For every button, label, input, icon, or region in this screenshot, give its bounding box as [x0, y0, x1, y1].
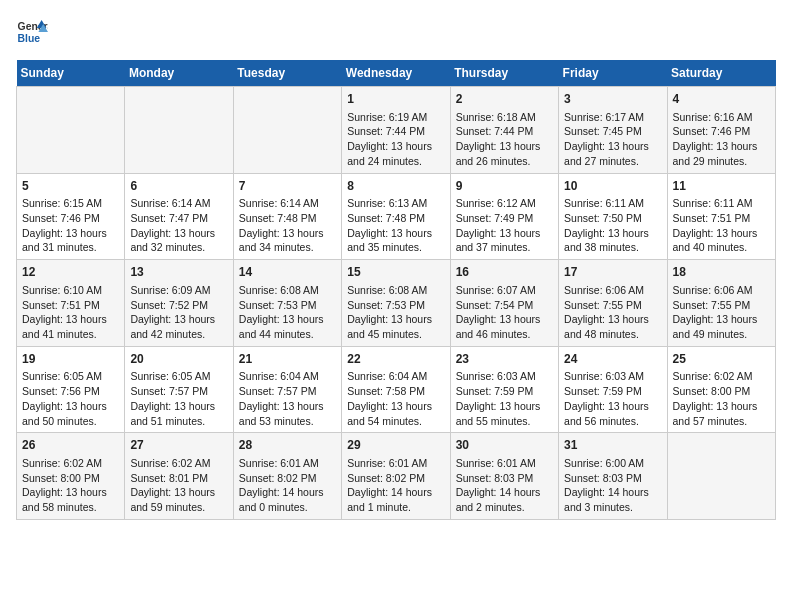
day-info-line: and 44 minutes. — [239, 327, 336, 342]
day-info-line: Daylight: 13 hours — [347, 312, 444, 327]
calendar-cell: 15Sunrise: 6:08 AMSunset: 7:53 PMDayligh… — [342, 260, 450, 347]
day-info-line: Daylight: 13 hours — [564, 139, 661, 154]
column-header-thursday: Thursday — [450, 60, 558, 87]
calendar-cell: 28Sunrise: 6:01 AMSunset: 8:02 PMDayligh… — [233, 433, 341, 520]
day-number: 28 — [239, 437, 336, 454]
day-info-line: Sunrise: 6:01 AM — [456, 456, 553, 471]
day-info-line: Sunrise: 6:10 AM — [22, 283, 119, 298]
day-info-line: Daylight: 13 hours — [22, 485, 119, 500]
day-info-line: Sunrise: 6:06 AM — [673, 283, 770, 298]
column-header-monday: Monday — [125, 60, 233, 87]
day-info-line: Sunset: 7:46 PM — [22, 211, 119, 226]
calendar-cell: 3Sunrise: 6:17 AMSunset: 7:45 PMDaylight… — [559, 87, 667, 174]
day-info-line: Daylight: 13 hours — [456, 312, 553, 327]
day-info-line: and 58 minutes. — [22, 500, 119, 515]
day-info-line: Daylight: 13 hours — [456, 399, 553, 414]
day-info-line: Sunset: 7:55 PM — [564, 298, 661, 313]
calendar-cell: 22Sunrise: 6:04 AMSunset: 7:58 PMDayligh… — [342, 346, 450, 433]
day-info-line: and 59 minutes. — [130, 500, 227, 515]
day-number: 6 — [130, 178, 227, 195]
day-info-line: and 51 minutes. — [130, 414, 227, 429]
day-info-line: and 3 minutes. — [564, 500, 661, 515]
day-info-line: Daylight: 14 hours — [456, 485, 553, 500]
calendar-cell — [125, 87, 233, 174]
day-info-line: and 55 minutes. — [456, 414, 553, 429]
calendar-cell: 12Sunrise: 6:10 AMSunset: 7:51 PMDayligh… — [17, 260, 125, 347]
day-info-line: and 38 minutes. — [564, 240, 661, 255]
day-info-line: Sunrise: 6:11 AM — [673, 196, 770, 211]
day-info-line: and 54 minutes. — [347, 414, 444, 429]
day-info-line: and 31 minutes. — [22, 240, 119, 255]
calendar-cell: 25Sunrise: 6:02 AMSunset: 8:00 PMDayligh… — [667, 346, 775, 433]
day-info-line: Sunset: 7:52 PM — [130, 298, 227, 313]
column-header-wednesday: Wednesday — [342, 60, 450, 87]
day-info-line: Sunset: 7:55 PM — [673, 298, 770, 313]
day-number: 19 — [22, 351, 119, 368]
day-info-line: Daylight: 14 hours — [564, 485, 661, 500]
column-header-sunday: Sunday — [17, 60, 125, 87]
day-number: 1 — [347, 91, 444, 108]
calendar-cell: 7Sunrise: 6:14 AMSunset: 7:48 PMDaylight… — [233, 173, 341, 260]
day-info-line: Daylight: 13 hours — [673, 399, 770, 414]
day-info-line: Sunrise: 6:03 AM — [564, 369, 661, 384]
day-info-line: Daylight: 13 hours — [22, 226, 119, 241]
day-info-line: Sunrise: 6:17 AM — [564, 110, 661, 125]
day-info-line: Sunset: 7:53 PM — [347, 298, 444, 313]
week-row-5: 26Sunrise: 6:02 AMSunset: 8:00 PMDayligh… — [17, 433, 776, 520]
day-info-line: and 56 minutes. — [564, 414, 661, 429]
day-info-line: Sunset: 7:59 PM — [456, 384, 553, 399]
day-info-line: and 40 minutes. — [673, 240, 770, 255]
day-info-line: Sunrise: 6:11 AM — [564, 196, 661, 211]
day-number: 10 — [564, 178, 661, 195]
day-number: 21 — [239, 351, 336, 368]
day-number: 23 — [456, 351, 553, 368]
day-info-line: Sunrise: 6:12 AM — [456, 196, 553, 211]
day-info-line: and 53 minutes. — [239, 414, 336, 429]
day-info-line: Sunset: 7:57 PM — [239, 384, 336, 399]
day-info-line: Sunrise: 6:14 AM — [239, 196, 336, 211]
day-info-line: Daylight: 13 hours — [239, 399, 336, 414]
day-number: 16 — [456, 264, 553, 281]
day-number: 30 — [456, 437, 553, 454]
day-info-line: Sunrise: 6:16 AM — [673, 110, 770, 125]
day-number: 22 — [347, 351, 444, 368]
calendar-cell: 9Sunrise: 6:12 AMSunset: 7:49 PMDaylight… — [450, 173, 558, 260]
day-info-line: Sunrise: 6:07 AM — [456, 283, 553, 298]
calendar-cell — [667, 433, 775, 520]
day-info-line: and 34 minutes. — [239, 240, 336, 255]
day-info-line: Sunset: 8:00 PM — [673, 384, 770, 399]
day-number: 3 — [564, 91, 661, 108]
day-info-line: Daylight: 13 hours — [347, 226, 444, 241]
calendar-cell: 2Sunrise: 6:18 AMSunset: 7:44 PMDaylight… — [450, 87, 558, 174]
day-number: 15 — [347, 264, 444, 281]
day-info-line: Sunset: 7:54 PM — [456, 298, 553, 313]
calendar-cell: 8Sunrise: 6:13 AMSunset: 7:48 PMDaylight… — [342, 173, 450, 260]
day-info-line: and 0 minutes. — [239, 500, 336, 515]
day-info-line: Sunset: 7:58 PM — [347, 384, 444, 399]
calendar-cell: 16Sunrise: 6:07 AMSunset: 7:54 PMDayligh… — [450, 260, 558, 347]
day-number: 27 — [130, 437, 227, 454]
day-number: 12 — [22, 264, 119, 281]
day-info-line: and 26 minutes. — [456, 154, 553, 169]
calendar-cell: 17Sunrise: 6:06 AMSunset: 7:55 PMDayligh… — [559, 260, 667, 347]
calendar-cell: 24Sunrise: 6:03 AMSunset: 7:59 PMDayligh… — [559, 346, 667, 433]
day-info-line: and 50 minutes. — [22, 414, 119, 429]
day-info-line: and 42 minutes. — [130, 327, 227, 342]
day-info-line: Sunset: 7:57 PM — [130, 384, 227, 399]
day-info-line: Daylight: 13 hours — [673, 139, 770, 154]
day-info-line: and 27 minutes. — [564, 154, 661, 169]
week-row-1: 1Sunrise: 6:19 AMSunset: 7:44 PMDaylight… — [17, 87, 776, 174]
day-info-line: Daylight: 14 hours — [347, 485, 444, 500]
day-info-line: Sunrise: 6:05 AM — [22, 369, 119, 384]
day-info-line: Daylight: 13 hours — [239, 226, 336, 241]
logo: General Blue — [16, 16, 52, 48]
day-info-line: Daylight: 13 hours — [130, 399, 227, 414]
column-header-tuesday: Tuesday — [233, 60, 341, 87]
svg-text:Blue: Blue — [18, 33, 41, 44]
day-info-line: Daylight: 13 hours — [347, 139, 444, 154]
day-info-line: Sunset: 8:02 PM — [239, 471, 336, 486]
day-info-line: Sunrise: 6:19 AM — [347, 110, 444, 125]
calendar-cell: 21Sunrise: 6:04 AMSunset: 7:57 PMDayligh… — [233, 346, 341, 433]
day-number: 9 — [456, 178, 553, 195]
day-number: 14 — [239, 264, 336, 281]
